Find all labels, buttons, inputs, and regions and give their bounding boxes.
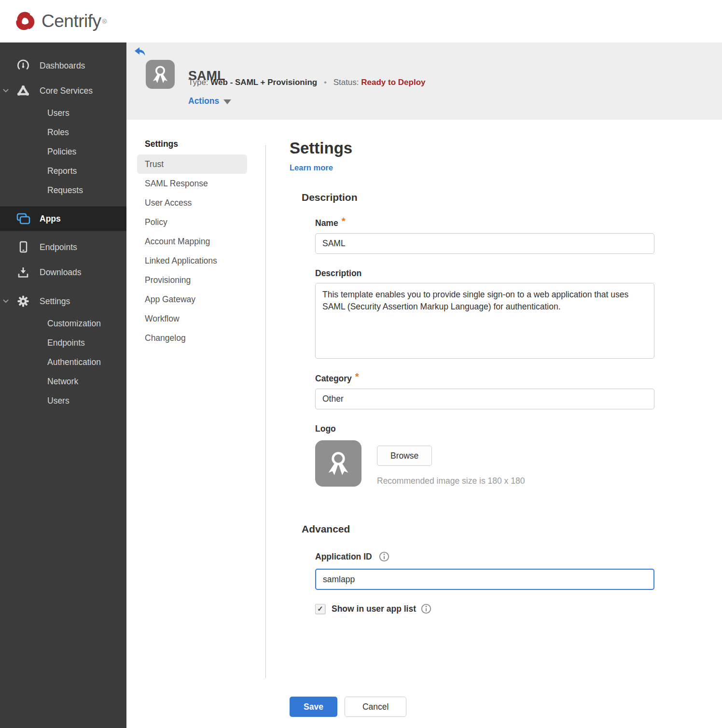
back-arrow-icon[interactable] [134,47,147,60]
brand-logo[interactable]: Centrify ® [14,10,107,33]
sidebar-item-label: Network [0,377,78,387]
sidebar-item-label: Users [0,108,69,118]
save-button[interactable]: Save [290,697,337,717]
actions-label: Actions [188,96,219,106]
subnav-item-app-gateway[interactable]: App Gateway [137,290,247,309]
core-services-icon [16,84,30,98]
subnav-item-policy[interactable]: Policy [137,212,247,232]
name-input[interactable] [315,233,654,254]
sidebar-item-label: Reports [0,166,77,176]
status-value: Ready to Deploy [361,78,425,87]
sidebar-item-label: Dashboards [0,61,85,71]
browse-button[interactable]: Browse [377,446,432,466]
subnav-item-changelog[interactable]: Changelog [137,328,247,348]
ribbon-award-icon [325,449,351,478]
topbar: Centrify ® [0,0,722,42]
logo-label-text: Logo [315,424,336,434]
centrify-swirl-icon [14,10,37,33]
learn-more-link[interactable]: Learn more [290,163,333,172]
subnav-item-provisioning[interactable]: Provisioning [137,270,247,290]
gauge-icon [16,58,30,73]
sidebar-item-roles[interactable]: Roles [0,123,126,142]
sidebar-item-reports[interactable]: Reports [0,161,126,181]
show-in-app-list-row: ✓ Show in user app list [315,603,655,614]
sidebar-item-label: Authentication [0,357,101,367]
sidebar-item-authentication[interactable]: Authentication [0,352,126,372]
description-textarea[interactable]: This template enables you to provide sin… [315,283,654,359]
subnav-item-workflow[interactable]: Workflow [137,309,247,328]
sidebar-item-dashboards[interactable]: Dashboards [0,53,126,78]
sidebar-item-users[interactable]: Users [0,103,126,123]
sidebar: Dashboards Core Services Users Roles Pol… [0,42,126,728]
download-icon [16,265,30,280]
sidebar-item-label: Core Services [0,86,93,96]
sidebar-item-label: Customization [0,319,101,329]
logo-controls: Browse Recommended image size is 180 x 1… [377,440,525,487]
sidebar-item-label: Endpoints [0,242,77,252]
info-icon[interactable] [421,603,431,614]
brand-name: Centrify [42,11,101,31]
meta-separator: • [324,78,327,87]
subnav-item-trust[interactable]: Trust [137,154,247,174]
sidebar-item-policies[interactable]: Policies [0,142,126,161]
sidebar-item-customization[interactable]: Customization [0,314,126,333]
sidebar-item-label: Policies [0,147,76,157]
required-marker: * [342,216,346,227]
subnav-item-user-access[interactable]: User Access [137,193,247,212]
description-section-title: Description [302,192,655,203]
show-in-app-list-label: Show in user app list [332,604,416,614]
actions-dropdown[interactable]: Actions [188,96,231,106]
name-field-label: Name * [315,218,655,229]
required-marker: * [355,371,359,382]
sidebar-item-endpoints[interactable]: Endpoints [0,235,126,260]
logo-row: Browse Recommended image size is 180 x 1… [315,440,655,487]
logo-preview [315,440,361,487]
subnav-item-saml-response[interactable]: SAML Response [137,174,247,193]
category-label-text: Category [315,374,352,384]
description-label-text: Description [315,268,361,279]
chevron-down-icon[interactable] [3,299,9,304]
sidebar-item-label: Requests [0,185,83,196]
subnav-item-account-mapping[interactable]: Account Mapping [137,232,247,251]
ribbon-award-icon [151,64,170,85]
subnav-divider [265,145,266,678]
show-in-app-list-checkbox[interactable]: ✓ [315,604,325,614]
subnav-item-linked-applications[interactable]: Linked Applications [137,251,247,270]
sidebar-item-downloads[interactable]: Downloads [0,260,126,285]
description-field-label: Description [315,268,655,279]
category-field-label: Category * [315,373,655,384]
advanced-fields: Application ID ✓ Show in user app list [315,551,655,614]
apps-icon [16,211,30,226]
application-id-input[interactable] [315,569,654,590]
name-label-text: Name [315,218,338,228]
sidebar-item-network[interactable]: Network [0,372,126,391]
chevron-down-icon[interactable] [3,89,9,93]
settings-form: Settings Learn more Description Name * D… [290,139,655,614]
sidebar-item-endpoints-settings[interactable]: Endpoints [0,333,126,352]
sidebar-item-label: Endpoints [0,338,85,348]
app-meta: Type: Web - SAML + Provisioning • Status… [188,78,425,87]
category-input[interactable] [315,389,654,409]
sidebar-item-label: Downloads [0,267,82,278]
cancel-button[interactable]: Cancel [345,697,406,717]
caret-down-icon [223,99,231,104]
info-icon[interactable] [379,551,389,562]
gear-icon [16,294,30,308]
sidebar-item-label: Users [0,396,69,406]
sidebar-item-core-services[interactable]: Core Services [0,78,126,103]
application-id-label: Application ID [315,552,372,562]
sidebar-item-requests[interactable]: Requests [0,181,126,200]
form-footer: Save Cancel [290,697,406,717]
subnav-header: Settings [137,139,247,154]
description-fields: Name * Description This template enables… [315,218,655,487]
brand-trademark: ® [102,18,107,25]
sidebar-item-settings[interactable]: Settings [0,289,126,314]
page-title: Settings [290,139,655,157]
sidebar-item-label: Roles [0,127,69,138]
settings-subnav: Settings Trust SAML Response User Access… [137,139,247,348]
type-value: Web - SAML + Provisioning [210,78,317,87]
sidebar-item-users-settings[interactable]: Users [0,391,126,410]
app-header: SAML Type: Web - SAML + Provisioning • S… [126,42,722,120]
app-logo [146,60,175,89]
sidebar-item-apps[interactable]: Apps [0,206,126,231]
